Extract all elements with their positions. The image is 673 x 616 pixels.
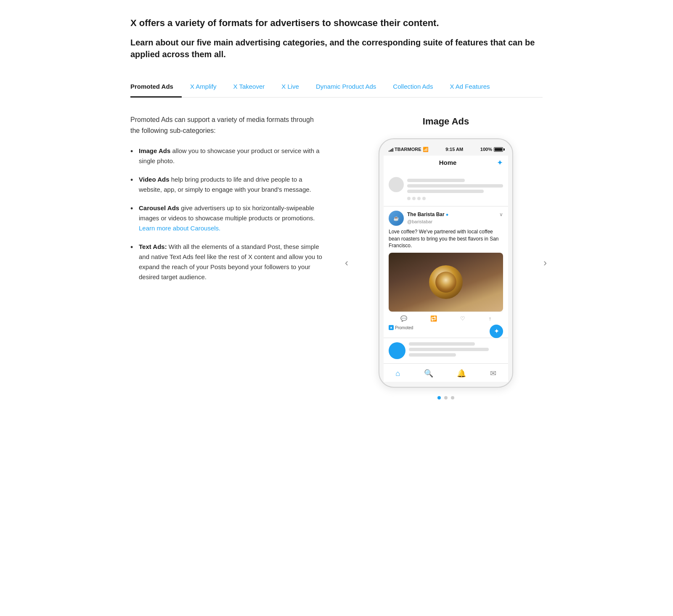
nav-mail-icon[interactable]: ✉ [490, 368, 496, 379]
left-column: Promoted Ads can support a variety of me… [130, 114, 324, 291]
phone-mockup: TBARMORE 📶 9:15 AM 100% [379, 138, 513, 387]
image-ads-title: Image Ads [423, 114, 469, 128]
ad-avatar-inner: ☕ [389, 211, 404, 226]
promoted-text: Promoted [395, 325, 413, 331]
battery-fill [495, 148, 502, 151]
feed-skeleton-1 [384, 172, 508, 206]
status-left: TBARMORE 📶 [389, 146, 429, 153]
phone-home-label: Home [399, 158, 497, 168]
compose-button[interactable]: ✦ [490, 325, 503, 338]
reply-icon: 💬 [400, 315, 407, 323]
nav-home-icon[interactable]: ⌂ [395, 368, 400, 379]
skeleton-dot [407, 197, 411, 200]
share-icon: ↑ [489, 315, 492, 323]
right-column: Image Ads ‹ TBARMORE [349, 114, 543, 399]
tweet-more-icon: ∨ [499, 211, 503, 218]
coffee-latte-art [435, 272, 456, 293]
feature-item-video-ads: Video Ads help bring products to life an… [130, 174, 324, 203]
ad-tweet-text: Love coffee? We've partnered with local … [389, 228, 503, 249]
page-wrapper: X offers a variety of formats for advert… [105, 0, 568, 425]
carousel-dot-2[interactable] [444, 396, 448, 399]
tab-item-x-ad-features[interactable]: X Ad Features [441, 77, 498, 98]
phone-status-bar: TBARMORE 📶 9:15 AM 100% [384, 144, 508, 156]
battery-percent: 100% [480, 146, 492, 153]
skeleton-line [407, 184, 503, 188]
tab-item-x-takeover[interactable]: X Takeover [225, 77, 273, 98]
tab-item-dynamic-product-ads[interactable]: Dynamic Product Ads [307, 77, 384, 98]
promoted-icon: ▲ [389, 325, 394, 330]
ad-actions: 💬 🔁 ♡ ↑ [389, 312, 503, 324]
tabs-container: Promoted AdsX AmplifyX TakeoverX LiveDyn… [130, 77, 543, 98]
phone-nav: ⌂ 🔍 🔔 ✉ [384, 363, 508, 382]
battery-icon [494, 147, 503, 152]
compose-line [409, 353, 456, 357]
ad-user-info: The Barista Bar ● @baristabar [407, 211, 496, 225]
carousel-next-button[interactable]: › [539, 253, 551, 273]
phone-header: Home ✦ [384, 156, 508, 172]
content-intro-text: Promoted Ads can support a variety of me… [130, 114, 324, 136]
signal-bar-4 [392, 148, 393, 152]
video-ads-label: Video Ads [139, 176, 170, 183]
ad-user-name: The Barista Bar ● [407, 211, 496, 218]
tabs-list: Promoted AdsX AmplifyX TakeoverX LiveDyn… [130, 77, 543, 98]
carousel-prev-button[interactable]: ‹ [341, 253, 352, 273]
signal-bars [389, 148, 393, 152]
compose-line [409, 348, 489, 351]
ad-avatar: ☕ [389, 211, 404, 226]
signal-bar-3 [391, 149, 392, 152]
promoted-label: ▲ Promoted [389, 324, 503, 333]
compose-area [409, 342, 503, 357]
compose-avatar [389, 342, 405, 359]
wifi-icon: 📶 [423, 146, 429, 153]
image-ads-label: Image Ads [139, 147, 170, 154]
tab-item-promoted-ads[interactable]: Promoted Ads [130, 77, 182, 98]
signal-bar-1 [389, 151, 389, 152]
ad-handle: @baristabar [407, 218, 496, 225]
feature-item-image-ads: Image Ads allow you to showcase your pro… [130, 146, 324, 174]
status-time: 9:15 AM [445, 146, 463, 153]
nav-search-icon[interactable]: 🔍 [424, 368, 433, 379]
carrier-name: TBARMORE [395, 146, 421, 153]
carousel-ads-learn-more-link[interactable]: Learn more about Carousels. [139, 225, 220, 232]
retweet-icon: 🔁 [430, 315, 437, 323]
skeleton-line [407, 179, 465, 182]
features-list: Image Ads allow you to showcase your pro… [130, 146, 324, 291]
carousel-wrapper: ‹ TBARMORE 📶 [349, 138, 543, 387]
content-area: Promoted Ads can support a variety of me… [130, 114, 543, 399]
tab-item-x-live[interactable]: X Live [273, 77, 307, 98]
sparkle-icon: ✦ [497, 157, 503, 169]
skeleton-dots [407, 195, 503, 202]
tab-item-collection-ads[interactable]: Collection Ads [384, 77, 441, 98]
text-ads-label: Text Ads: [139, 243, 167, 250]
intro-subtitle: Learn about our five main advertising ca… [130, 37, 543, 60]
feed-item-2-row [389, 342, 503, 359]
status-right: 100% [480, 146, 503, 153]
ad-display-name: The Barista Bar [407, 211, 445, 218]
like-icon: ♡ [460, 315, 465, 323]
dots-indicator [437, 396, 454, 399]
skeleton-avatar-1 [389, 177, 404, 192]
compose-line [409, 342, 475, 346]
ad-image [389, 253, 503, 312]
carousel-dot-1[interactable] [437, 396, 441, 399]
skeleton-dot [412, 197, 416, 200]
intro-section: X offers a variety of formats for advert… [130, 17, 543, 60]
nav-bell-icon[interactable]: 🔔 [457, 368, 466, 379]
tab-item-x-amplify[interactable]: X Amplify [182, 77, 225, 98]
phone-content: ☕ The Barista Bar ● @baristabar ∨ [384, 172, 508, 363]
intro-title: X offers a variety of formats for advert… [130, 17, 543, 30]
skeleton-lines-1 [407, 177, 503, 202]
skeleton-dot [417, 197, 421, 200]
verified-badge: ● [446, 211, 449, 218]
feature-item-text-ads: Text Ads: With all the elements of a sta… [130, 242, 324, 291]
skeleton-dot [422, 197, 426, 200]
skeleton-line [407, 190, 484, 193]
signal-bar-2 [390, 150, 391, 152]
ad-tweet: ☕ The Barista Bar ● @baristabar ∨ [384, 206, 508, 338]
carousel-ads-label: Carousel Ads [139, 204, 179, 212]
feature-item-carousel-ads: Carousel Ads give advertisers up to six … [130, 203, 324, 242]
ad-tweet-header: ☕ The Barista Bar ● @baristabar ∨ [389, 211, 503, 226]
carousel-dot-3[interactable] [451, 396, 454, 399]
feed-item-2: ✦ [384, 338, 508, 363]
coffee-cup [429, 265, 463, 299]
